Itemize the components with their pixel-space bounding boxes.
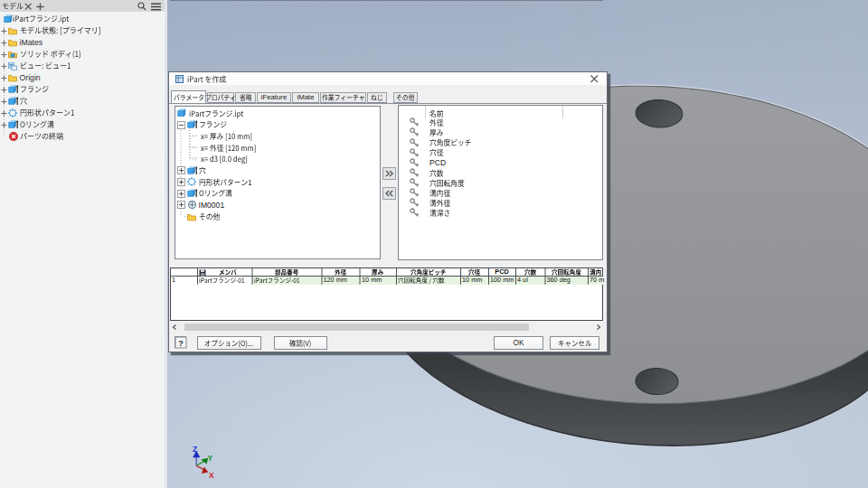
- svg-text:?: ?: [178, 339, 184, 348]
